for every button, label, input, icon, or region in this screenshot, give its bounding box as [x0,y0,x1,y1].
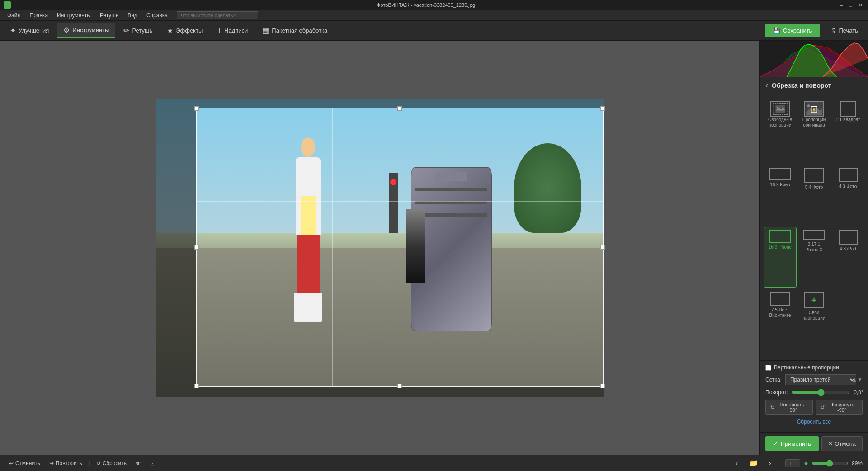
preset-label-original: Пропорцииоригинала [802,117,826,128]
nav-next-button[interactable]: › [765,458,775,469]
ground-bg [156,248,604,397]
rotate-value: 0,0° [854,389,863,396]
redo-icon: ↪ [49,460,54,466]
window-title: ФотоВИНТАЖ - vacation-3382400_1280.jpg [14,2,838,8]
zoom-preset-display: 1:1 [785,459,800,467]
eye-button[interactable]: 👁 [132,459,145,468]
separator-2: | [779,460,781,466]
menu-view[interactable]: Вид [124,11,141,19]
nav-prev-button[interactable]: ‹ [732,458,741,469]
tab-batch[interactable]: ▦ Пакетная обработка [256,24,334,38]
fit-icon: ⊡ [150,460,155,466]
menu-edit[interactable]: Правка [26,11,52,19]
menu-file[interactable]: Файл [4,11,24,19]
preset-4x3-photo[interactable]: 4:3 Фото [831,165,864,226]
action-buttons: ✓ Применить ✕ Отмена [760,432,868,455]
tab-enhance[interactable]: ✦ Улучшения [4,24,55,38]
reset-button[interactable]: ↺ Сбросить [93,459,130,468]
menu-help[interactable]: Справка [143,11,171,19]
vertical-proportions-row: Вертикальные пропорции [765,364,863,371]
menu-bar: Файл Правка Инструменты Ретушь Вид Справ… [0,10,868,21]
preset-7x5[interactable]: 7:5 ПостВКонтакте [764,289,797,357]
preset-label-custom: Своипропорции [803,310,826,321]
preset-original[interactable]: 🔒 Пропорцииоригинала [797,98,830,164]
menu-retouch[interactable]: Ретушь [96,11,122,19]
svg-text:🔒: 🔒 [812,108,816,112]
rotate-plus90-button[interactable]: ↻ Повернуть +90° [765,400,813,415]
reset-icon: ↺ [96,460,101,466]
cancel-x-icon: ✕ [828,440,833,447]
preset-label-43p: 4:3 Фото [839,184,857,189]
apply-button[interactable]: ✓ Применить [765,436,819,451]
title-bar: ФотоВИНТАЖ - vacation-3382400_1280.jpg –… [0,0,868,10]
menu-tools[interactable]: Инструменты [53,11,94,19]
fit-button[interactable]: ⊡ [146,459,158,468]
preset-16x9-phone[interactable]: 16:9 Phone [764,227,797,288]
save-icon: 💾 [773,27,780,34]
zoom-dot-icon: ● [804,459,808,467]
rotate-row: Поворот: 0,0° [765,389,863,396]
tab-retouch[interactable]: ✏ Ретушь [117,24,159,38]
preset-label-169c: 16:9 Кино [770,182,790,188]
minimize-btn[interactable]: – [838,2,844,8]
main-layout: ‹ Обрезка и поворот [0,41,868,455]
status-bar: ↩ Отменить ↪ Повторить | ↺ Сбросить 👁 ⊡ … [0,455,868,471]
redo-button[interactable]: ↪ Повторить [46,459,86,468]
preset-icon-original: 🔒 [804,101,824,117]
reset-all-link[interactable]: Сбросить все [765,419,863,425]
maximize-btn[interactable]: □ [847,2,854,8]
rotate-label: Поворот: [765,389,788,396]
panel-back-button[interactable]: ‹ [765,80,772,90]
vertical-proportions-checkbox[interactable] [765,365,771,371]
preset-1x1[interactable]: 1:1 Квадрат [831,98,864,164]
preset-label-217: 2.17:1Phone X [805,242,822,253]
print-button[interactable]: 🖨 Печать [824,24,864,37]
preset-icon-custom: + [804,292,824,308]
tab-text[interactable]: T Надписи [211,24,254,38]
window-controls[interactable]: – □ ✕ [838,2,864,8]
cancel-button[interactable]: ✕ Отмена [821,436,863,451]
batch-icon: ▦ [262,26,269,35]
preset-custom[interactable]: + Своипропорции [797,289,830,357]
rotate-slider[interactable] [792,389,850,396]
preset-label-free: Свободныепропорции [768,117,792,128]
canvas-area[interactable] [0,41,760,455]
preset-free[interactable]: Свободныепропорции [764,98,797,164]
preset-label-1x1: 1:1 Квадрат [835,117,860,122]
separator-1: | [88,460,90,466]
preset-icon-54 [804,168,824,183]
preset-5x4[interactable]: 5:4 Фото [797,165,830,226]
undo-button[interactable]: ↩ Отменить [5,459,44,468]
child-figure [290,137,326,331]
preset-217[interactable]: 2.17:1Phone X [797,227,830,288]
vertical-proportions-label[interactable]: Вертикальные пропорции [774,364,839,371]
panel-title: Обрезка и поворот [772,82,831,89]
eye-icon: 👁 [136,460,141,466]
preset-icon-free [770,101,790,117]
crop-presets-grid: Свободныепропорции 🔒 Пропорцииоригинала [760,94,868,360]
right-panel: ‹ Обрезка и поворот [760,41,868,455]
close-btn[interactable]: ✕ [857,2,864,8]
toolbar-right: 💾 Сохранить 🖨 Печать [765,24,864,37]
save-button[interactable]: 💾 Сохранить [765,24,821,37]
apply-check-icon: ✓ [773,440,778,447]
preset-16x9-cinema[interactable]: 16:9 Кино [764,165,797,226]
zoom-percent: 99% [852,460,863,466]
grid-dropdown[interactable]: Правило третей Сетка Нет [785,374,856,385]
rotate-minus90-button[interactable]: ↺ Повернуть -90° [816,400,863,415]
rotate-plus-icon: ↻ [770,405,774,410]
tab-effects[interactable]: ★ Эффекты [160,24,209,38]
traffic-light-red [390,179,396,185]
rotate-buttons: ↻ Повернуть +90° ↺ Повернуть -90° [765,400,863,415]
photo-container[interactable] [156,99,604,397]
zoom-slider[interactable] [812,460,848,467]
nav-folder-button[interactable]: 📁 [745,457,762,469]
rotate-minus-icon: ↺ [821,405,825,410]
preset-4x3-ipad[interactable]: 4:3 iPad [831,227,864,288]
preset-label-43ipad: 4:3 iPad [840,246,856,252]
preset-icon-75 [770,292,790,306]
search-input[interactable] [177,11,258,19]
app-icon [4,1,11,9]
preset-label-54: 5:4 Фото [805,185,823,190]
tab-tools[interactable]: ⚙ Инструменты [57,23,115,38]
